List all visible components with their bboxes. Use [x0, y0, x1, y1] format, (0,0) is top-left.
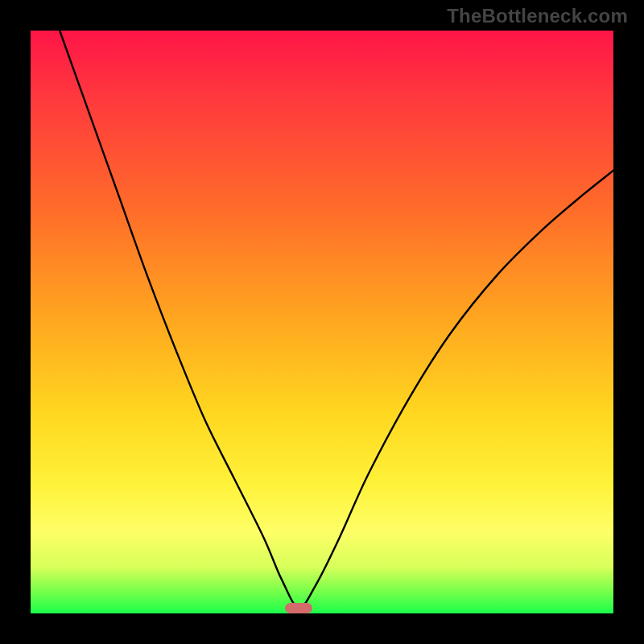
watermark-text: TheBottleneck.com — [447, 5, 628, 27]
optimum-marker — [285, 603, 312, 613]
plot-area — [31, 31, 613, 613]
chart-frame: TheBottleneck.com — [0, 0, 644, 644]
bottleneck-curve — [31, 31, 613, 613]
